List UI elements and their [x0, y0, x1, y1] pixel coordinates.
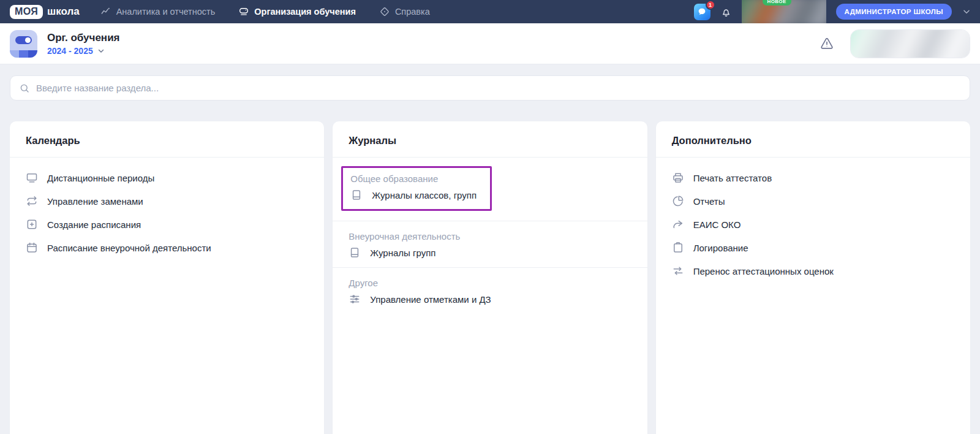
display-icon — [238, 6, 249, 17]
plus-square-icon — [26, 218, 38, 230]
blur-smear — [850, 29, 970, 58]
bell-icon[interactable] — [720, 6, 732, 18]
chat-bubble-icon — [697, 7, 707, 17]
card-extra: Дополнительно Печать аттестатов Отчеты Е… — [656, 121, 970, 434]
card-extra-body: Печать аттестатов Отчеты ЕАИС ОКО Логиро… — [656, 158, 970, 294]
card-journals: Журналы Общее образование Журналы классо… — [333, 121, 647, 434]
printer-icon — [672, 172, 684, 184]
card-calendar-title: Календарь — [10, 121, 324, 157]
menu-item-label: Управление заменами — [47, 196, 143, 207]
nav-organization[interactable]: Организация обучения — [238, 6, 356, 17]
page-title: Орг. обучения — [47, 32, 120, 44]
year-chevron-down-icon — [97, 47, 105, 55]
group-other: Другое Управление отметками и ДЗ — [333, 268, 647, 314]
menu-item-substitutions[interactable]: Управление заменами — [10, 189, 324, 213]
journal-icon — [350, 189, 363, 201]
nav-analytics[interactable]: Аналитика и отчетность — [100, 6, 216, 17]
clipboard-icon — [672, 242, 684, 254]
top-navigation-bar: МОЯ школа Аналитика и отчетность Организ… — [0, 0, 980, 23]
monitor-icon — [26, 172, 38, 184]
menu-item-print-certificates[interactable]: Печать аттестатов — [656, 166, 970, 189]
page-header: Орг. обучения 2024 - 2025 — [0, 23, 980, 64]
menu-item-label: Логирование — [693, 243, 748, 253]
highlight-annotation-box: Общее образование Журналы классов, групп — [341, 166, 492, 211]
menu-item-marks-homework[interactable]: Управление отметками и ДЗ — [333, 288, 647, 305]
menu-item-label: Перенос аттестационных оценок — [693, 266, 834, 276]
card-calendar-body: Дистанционные периоды Управление заменам… — [10, 158, 324, 270]
group-label-general-education: Общее образование — [350, 173, 477, 184]
menu-item-class-journals[interactable]: Журналы классов, групп — [350, 184, 477, 201]
role-badge[interactable]: АДМИНИСТРАТОР ШКОЛЫ — [836, 4, 952, 20]
menu-item-label: ЕАИС ОКО — [693, 219, 741, 230]
menu-item-label: Печать аттестатов — [693, 173, 772, 183]
app-logo[interactable]: МОЯ школа — [10, 5, 80, 19]
nav-organization-label: Организация обучения — [254, 7, 356, 17]
menu-item-logging[interactable]: Логирование — [656, 236, 970, 259]
nav-analytics-label: Аналитика и отчетность — [116, 7, 216, 17]
menu-item-create-schedule[interactable]: Создание расписания — [10, 213, 324, 236]
menu-item-label: Журналы классов, групп — [372, 190, 477, 200]
search-section — [0, 64, 980, 101]
diamond-help-icon — [379, 6, 390, 17]
header-titles: Орг. обучения 2024 - 2025 — [47, 32, 120, 56]
group-extracurricular: Внеурочная деятельность Журналы групп — [333, 221, 647, 267]
year-label: 2024 - 2025 — [47, 46, 93, 56]
tile-seg-1 — [10, 50, 19, 58]
profile-chevron-down-icon[interactable] — [962, 7, 971, 17]
menu-item-label: Расписание внеурочной деятельности — [47, 243, 211, 253]
card-extra-title: Дополнительно — [656, 121, 970, 157]
logo-secondary: школа — [47, 6, 80, 18]
menu-item-extracurricular-schedule[interactable]: Расписание внеурочной деятельности — [10, 236, 324, 259]
blurred-user-area[interactable]: НОВОЕ — [742, 0, 826, 23]
tile-seg-3 — [28, 50, 37, 58]
divider — [333, 157, 647, 158]
card-journals-title: Журналы — [333, 121, 647, 157]
menu-item-label: Журналы групп — [370, 248, 435, 258]
sliders-icon — [349, 293, 361, 305]
card-calendar: Календарь Дистанционные периоды Управлен… — [10, 121, 324, 434]
toggle-shape — [15, 36, 32, 44]
search-bar[interactable] — [10, 75, 970, 101]
menu-item-group-journals[interactable]: Журналы групп — [333, 242, 647, 259]
sections-grid: Календарь Дистанционные периоды Управлен… — [10, 121, 970, 434]
search-icon — [19, 83, 30, 94]
trend-line-icon — [100, 6, 111, 17]
search-input[interactable] — [36, 83, 961, 93]
notification-badge: 1 — [706, 0, 715, 10]
header-right — [820, 29, 970, 58]
topbar-right: 1 НОВОЕ АДМИНИСТРАТОР ШКОЛЫ — [694, 0, 972, 23]
menu-item-transfer-grades[interactable]: Перенос аттестационных оценок — [656, 259, 970, 283]
menu-item-label: Отчеты — [693, 196, 725, 207]
year-selector[interactable]: 2024 - 2025 — [47, 46, 120, 56]
new-badge: НОВОЕ — [763, 0, 791, 6]
menu-item-label: Создание расписания — [47, 219, 141, 230]
calendar-icon — [26, 242, 38, 254]
pie-chart-icon — [672, 195, 684, 207]
group-label-extracurricular: Внеурочная деятельность — [333, 231, 647, 242]
menu-item-eais-oko[interactable]: ЕАИС ОКО — [656, 213, 970, 236]
main-nav: Аналитика и отчетность Организация обуче… — [100, 6, 430, 17]
blurred-school-name — [850, 29, 970, 58]
nav-help-label: Справка — [395, 7, 430, 17]
warning-triangle-icon[interactable] — [820, 36, 834, 51]
group-label-other: Другое — [333, 278, 647, 288]
menu-item-reports[interactable]: Отчеты — [656, 189, 970, 213]
tile-seg-2 — [19, 50, 28, 58]
logo-primary: МОЯ — [10, 5, 43, 19]
messenger-app-icon[interactable]: 1 — [694, 4, 710, 20]
transfer-arrows-icon — [672, 265, 684, 277]
nav-help[interactable]: Справка — [379, 6, 430, 17]
section-app-tile-icon — [10, 30, 37, 58]
journal-icon — [349, 246, 361, 259]
share-arrow-icon — [672, 218, 684, 230]
repeat-icon — [26, 195, 38, 207]
menu-item-label: Дистанционные периоды — [47, 173, 154, 183]
menu-item-label: Управление отметками и ДЗ — [370, 294, 491, 305]
menu-item-distance-periods[interactable]: Дистанционные периоды — [10, 166, 324, 189]
